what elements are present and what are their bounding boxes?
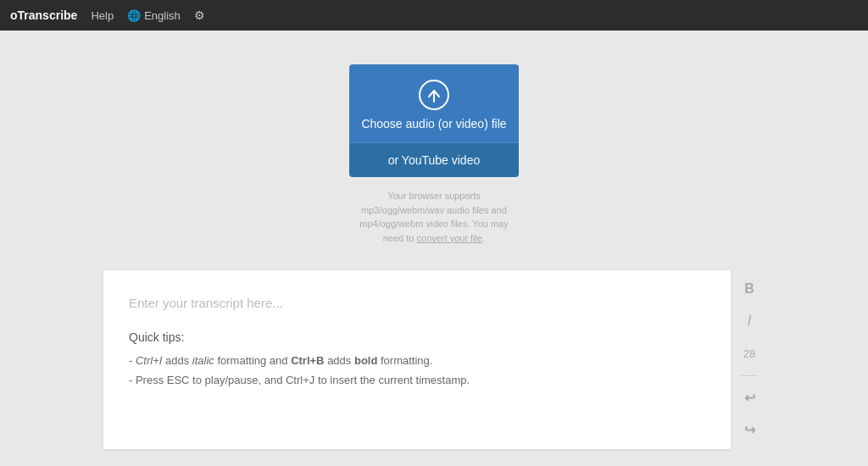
upload-icon: [419, 80, 449, 110]
help-link[interactable]: Help: [91, 9, 114, 22]
upload-section: Choose audio (or video) file or YouTube …: [349, 64, 519, 245]
tip2-line: - Press ESC to play/pause, and Ctrl+J to…: [129, 370, 705, 390]
divider: [741, 375, 758, 376]
choose-file-label: Choose audio (or video) file: [361, 117, 506, 130]
choose-file-button[interactable]: Choose audio (or video) file: [349, 64, 519, 142]
language-label: English: [144, 9, 181, 22]
tip1-line: - Ctrl+I adds italic formatting and Ctrl…: [129, 351, 705, 370]
undo-button[interactable]: ↩: [737, 386, 761, 410]
quick-tips-text: - Ctrl+I adds italic formatting and Ctrl…: [129, 351, 705, 391]
globe-icon: 🌐: [127, 9, 141, 22]
app-brand[interactable]: oTranscribe: [10, 8, 77, 22]
export-button[interactable]: ↪: [737, 419, 761, 442]
convert-link[interactable]: convert your file: [417, 233, 483, 243]
settings-icon[interactable]: ⚙: [194, 8, 205, 22]
font-size-button[interactable]: 28: [737, 341, 761, 365]
main-area: Choose audio (or video) file or YouTube …: [0, 31, 868, 466]
transcript-area[interactable]: Enter your transcript here... Quick tips…: [103, 270, 731, 449]
transcript-placeholder: Enter your transcript here...: [129, 296, 705, 310]
language-selector[interactable]: 🌐 English: [127, 9, 181, 22]
quick-tips-label: Quick tips:: [129, 330, 705, 344]
editor-wrapper: Enter your transcript here... Quick tips…: [103, 270, 765, 449]
sidebar-tools: B I 28 ↩ ↪: [734, 270, 765, 449]
italic-button[interactable]: I: [737, 309, 761, 333]
bold-button[interactable]: B: [737, 277, 761, 301]
support-text: Your browser supports mp3/ogg/webm/wav a…: [349, 189, 519, 245]
youtube-button[interactable]: or YouTube video: [349, 142, 519, 177]
